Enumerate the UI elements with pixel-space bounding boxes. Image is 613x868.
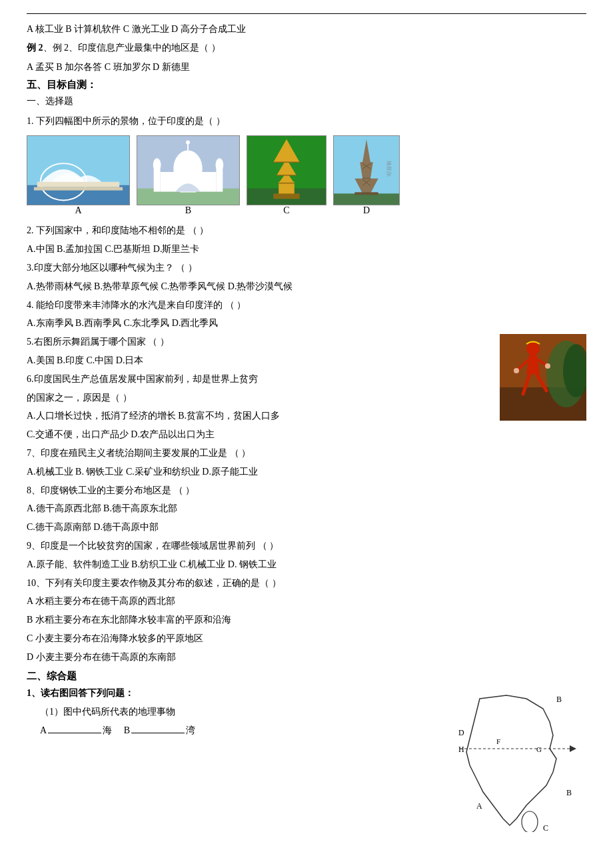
q1-label-d: D — [363, 205, 370, 216]
q6-optCD: C.交通不便，出口产品少 D.农产品以出口为主 — [27, 427, 586, 443]
svg-rect-27 — [334, 194, 399, 205]
svg-rect-21 — [279, 182, 295, 195]
q1-image-c-container: C — [247, 135, 326, 216]
section2-q1-block: B D F G H A B C 1、读右图回答下列问题： （1）图 — [27, 685, 586, 832]
q3-options: A.热带雨林气候 B.热带草原气候 C.热带季风气候 D.热带沙漠气候 — [27, 279, 586, 295]
q1-label-a: A — [75, 205, 81, 216]
example2-question: 例 2、例 2、印度信息产业最集中的地区是（ ） — [27, 41, 586, 55]
q1-image-a — [27, 135, 130, 205]
q8-optA: A.德干高原西北部 B.德干高原东北部 — [27, 501, 586, 517]
q1-text: 1. 下列四幅图中所示的景物，位于印度的是（ ） — [27, 113, 586, 129]
q1-label-c: C — [283, 205, 289, 216]
svg-point-49 — [522, 811, 538, 832]
svg-rect-3 — [37, 182, 119, 187]
top-divider — [27, 13, 586, 14]
svg-text:F: F — [496, 737, 500, 745]
q1-image-a-container: A — [27, 135, 130, 216]
q9-options: A.原子能、软件制造工业 B.纺织工业 C.机械工业 D. 钢铁工业 — [27, 557, 586, 573]
q3-text: 3.印度大部分地区以哪种气候为主？ （ ） — [27, 260, 586, 276]
svg-text:C: C — [543, 823, 548, 832]
q7-options: A.机械工业 B. 钢铁工业 C.采矿业和纺织业 D.原子能工业 — [27, 464, 586, 480]
svg-point-41 — [526, 342, 540, 355]
section2-block: 二、综合题 B D F G H — [27, 670, 586, 832]
svg-rect-22 — [273, 194, 299, 199]
q10-optA: A 水稻主要分布在德干高原的西北部 — [27, 593, 586, 609]
q1-label-b: B — [185, 205, 191, 216]
q1-image-b-container: B — [137, 135, 240, 216]
q2-options: A.中国 B.孟加拉国 C.巴基斯坦 D.斯里兰卡 — [27, 241, 586, 257]
svg-point-47 — [545, 363, 550, 369]
q2-text: 2. 下列国家中，和印度陆地不相邻的是 （ ） — [27, 223, 586, 239]
q8-text: 8、印度钢铁工业的主要分布地区是 （ ） — [27, 483, 586, 499]
section5-title: 五、目标自测： — [27, 79, 586, 91]
q1-image-c — [247, 135, 326, 205]
q7-text: 7、印度在殖民主义者统治期间主要发展的工业是 （ ） — [27, 445, 586, 461]
svg-point-15 — [186, 141, 190, 145]
q10-optB: B 水稻主要分布在东北部降水较丰富的平原和沿海 — [27, 612, 586, 628]
section2-title: 二、综合题 — [27, 670, 586, 683]
subsection-label: 一、选择题 — [27, 94, 586, 109]
line1-options: A 核工业 B 计算机软件 C 激光工业 D 高分子合成工业 — [27, 22, 586, 37]
svg-text:H: H — [458, 745, 464, 754]
q10-text: 10、下列有关印度主要农作物及其分布的叙述，正确的是（ ） — [27, 575, 586, 591]
svg-text:B: B — [566, 788, 572, 797]
q9-text: 9、印度是一个比较贫穷的国家，在哪些领域居世界前列 （ ） — [27, 538, 586, 554]
svg-text:D: D — [458, 728, 464, 737]
q4-options: A.东南季风 B.西南季风 C.东北季风 D.西北季风 — [27, 315, 586, 331]
svg-text:埃菲尔: 埃菲尔 — [386, 160, 392, 177]
svg-rect-31 — [354, 193, 378, 195]
example2-label: 例 2 — [27, 43, 43, 53]
q1-image-d-container: 埃菲尔 D — [333, 135, 400, 216]
svg-point-13 — [215, 159, 223, 172]
svg-text:G: G — [536, 745, 542, 753]
q8-optB: C.德干高原南部 D.德干高原中部 — [27, 519, 586, 535]
svg-text:A: A — [476, 801, 482, 811]
svg-rect-4 — [34, 187, 123, 191]
svg-point-46 — [514, 368, 519, 373]
example2-options: A 孟买 B 加尔各答 C 班加罗尔 D 新德里 — [27, 60, 586, 75]
q1-images: A B — [27, 135, 586, 216]
svg-text:B: B — [556, 695, 562, 704]
svg-point-11 — [153, 159, 161, 172]
q5-block: 5.右图所示舞蹈属于哪个国家 （ ） A.美国 B.印度 C.中国 D.日本 6… — [27, 334, 586, 445]
q10-optD: D 小麦主要分布在德干高原的东南部 — [27, 649, 586, 665]
india-map: B D F G H A B C — [440, 685, 586, 832]
q1-image-d: 埃菲尔 — [333, 135, 400, 205]
q1-image-b — [137, 135, 240, 205]
q4-text: 4. 能给印度带来丰沛降水的水汽是来自印度洋的 （ ） — [27, 297, 586, 313]
q10-optC: C 小麦主要分布在沿海降水较多的平原地区 — [27, 631, 586, 647]
q5-dance-image — [500, 334, 586, 423]
